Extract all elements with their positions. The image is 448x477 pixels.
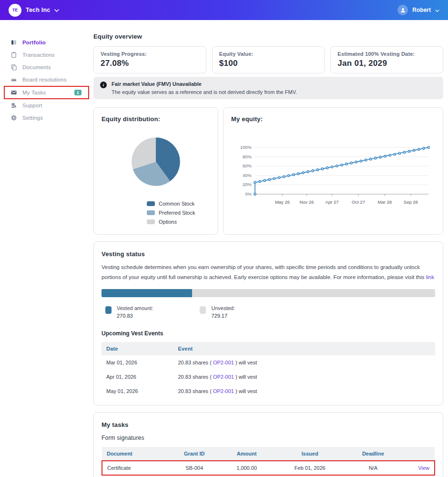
column-header-issued: Issued	[273, 447, 346, 461]
pie-chart-title: Equity distribution:	[102, 115, 210, 123]
sidebar-item-portfolio[interactable]: Portfolio	[0, 36, 93, 49]
sidebar-item-documents[interactable]: Documents	[0, 61, 93, 73]
stat-label: Equity Value:	[219, 51, 318, 57]
clipboard-icon	[10, 52, 17, 58]
task-amount: 1,000.00	[220, 461, 274, 475]
legend-swatch	[147, 201, 155, 206]
event-text-pre: 20.83 shares (	[178, 374, 213, 380]
vested-legend-item: Vested amount: 270.83	[105, 305, 153, 319]
vesting-description: Vesting schedule determines when you ear…	[102, 262, 435, 283]
vesting-description-text: Vesting schedule determines when you ear…	[102, 264, 426, 280]
company-name: Tech Inc	[26, 7, 50, 13]
pie-legend: Common Stock Preferred Stock Options	[147, 201, 210, 225]
sidebar-item-settings[interactable]: Settings	[0, 112, 93, 124]
my-tasks-card: My tasks Form signatures Document Grant …	[93, 412, 443, 477]
company-selector[interactable]: TE Tech Inc	[9, 4, 59, 17]
table-header-row: Date Event	[102, 342, 435, 355]
column-header-action	[400, 447, 435, 461]
sidebar-nav: Portfolio Transactions Documents Board r…	[0, 20, 93, 477]
svg-text:0%: 0%	[245, 191, 252, 197]
task-document: Certificate	[102, 461, 169, 475]
task-row-highlighted[interactable]: Certificate SB-004 1,000.00 Feb 01, 2026…	[102, 461, 435, 475]
legend-swatch	[147, 219, 155, 224]
line-chart: 0%20%40%60%80%100%May 26Nov 26Apr 27Oct …	[231, 144, 435, 207]
vesting-progress-bar	[102, 289, 435, 297]
fmv-banner-subtitle: The equity value serves as a reference a…	[112, 89, 297, 95]
sidebar-item-transactions[interactable]: Transactions	[0, 49, 93, 61]
sidebar-item-board-resolutions[interactable]: Board resolutions	[0, 73, 93, 86]
fmv-banner: i Fair market Value (FMV) Unavailable Th…	[93, 77, 443, 99]
pie-chart	[129, 135, 183, 188]
unvested-legend-item: Unvested: 729.17	[200, 305, 235, 319]
task-issued: Feb 01, 2026	[273, 461, 346, 475]
event-text: 20.83 shares ( OP2-001 ) will vest	[173, 355, 436, 370]
svg-text:60%: 60%	[243, 163, 252, 168]
chevron-down-icon	[54, 6, 59, 14]
sidebar-item-label: Documents	[22, 64, 86, 70]
task-deadline: N/A	[346, 461, 400, 475]
view-task-link[interactable]: View	[418, 465, 429, 471]
legend-swatch	[147, 210, 155, 215]
stat-label: Vesting Progress:	[101, 51, 199, 57]
vesting-status-title: Vesting status	[102, 250, 435, 258]
column-header-date: Date	[102, 342, 173, 355]
svg-text:100%: 100%	[240, 145, 252, 150]
unvested-label: Unvested:	[211, 305, 235, 311]
equity-distribution-card: Equity distribution: Common Stock Prefer…	[93, 107, 218, 235]
svg-text:Oct 27: Oct 27	[352, 199, 365, 205]
envelope-icon	[10, 89, 17, 96]
stat-label: Estimated 100% Vesting Date:	[337, 51, 436, 57]
portfolio-icon	[10, 39, 17, 46]
stat-value: Jan 01, 2029	[337, 59, 436, 68]
vesting-progress-fill	[102, 289, 192, 297]
page-title: Equity overview	[93, 33, 443, 40]
legend-item: Common Stock	[147, 201, 210, 207]
vesting-status-card: Vesting status Vesting schedule determin…	[93, 241, 443, 405]
gear-icon	[10, 114, 17, 121]
svg-text:Apr 27: Apr 27	[326, 199, 339, 205]
sidebar-item-my-tasks[interactable]: My Tasks 1	[4, 86, 89, 99]
stat-value: $100	[219, 59, 318, 68]
sidebar-item-label: My Tasks	[22, 90, 69, 95]
stat-value: 27.08%	[101, 59, 199, 68]
grant-id-link[interactable]: OP2-001	[213, 360, 234, 365]
event-date: Mar 01, 2026	[102, 355, 173, 370]
sidebar-item-support[interactable]: Support	[0, 99, 93, 112]
user-menu[interactable]: Robert	[397, 5, 439, 15]
svg-text:Nov 26: Nov 26	[299, 199, 314, 205]
line-chart-title: My equity:	[231, 115, 435, 123]
stat-card-equity-value: Equity Value: $100	[212, 46, 325, 73]
event-text-pre: 20.83 shares (	[178, 360, 213, 365]
event-text-pre: 20.83 shares (	[178, 388, 213, 394]
info-icon: i	[100, 82, 107, 88]
grant-id-link[interactable]: OP2-001	[213, 388, 234, 394]
svg-text:Mar 28: Mar 28	[377, 199, 392, 205]
upcoming-events-title: Upcoming Vest Events	[102, 330, 435, 337]
event-date: Apr 01, 2026	[102, 370, 173, 384]
my-equity-card: My equity: 0%20%40%60%80%100%May 26Nov 2…	[223, 107, 443, 235]
vested-label: Vested amount:	[117, 305, 153, 311]
sidebar-item-label: Settings	[22, 115, 86, 121]
legend-label: Options	[159, 219, 177, 225]
svg-text:Sep 28: Sep 28	[404, 199, 418, 205]
tasks-table: Document Grant ID Amount Issued Deadline…	[102, 447, 435, 476]
legend-item: Options	[147, 219, 210, 225]
svg-text:20%: 20%	[243, 182, 252, 187]
task-grant-id: SB-004	[169, 461, 220, 475]
top-header: TE Tech Inc Robert	[0, 0, 448, 20]
legend-item: Preferred Stock	[147, 210, 210, 216]
vesting-info-link[interactable]: link	[426, 274, 434, 280]
user-avatar-icon	[397, 5, 408, 15]
sidebar-item-label: Transactions	[22, 52, 86, 58]
column-header-deadline: Deadline	[346, 447, 400, 461]
documents-icon	[10, 64, 17, 71]
grant-id-link[interactable]: OP2-001	[213, 374, 234, 380]
event-text: 20.83 shares ( OP2-001 ) will vest	[173, 370, 436, 384]
sidebar-item-label: Support	[22, 103, 86, 108]
stat-card-vesting-date: Estimated 100% Vesting Date: Jan 01, 202…	[330, 46, 443, 73]
column-header-event: Event	[173, 342, 436, 355]
stat-card-vesting-progress: Vesting Progress: 27.08%	[93, 46, 206, 73]
unvested-value: 729.17	[211, 313, 235, 319]
sidebar-item-label: Portfolio	[22, 40, 86, 45]
support-icon	[10, 102, 17, 109]
